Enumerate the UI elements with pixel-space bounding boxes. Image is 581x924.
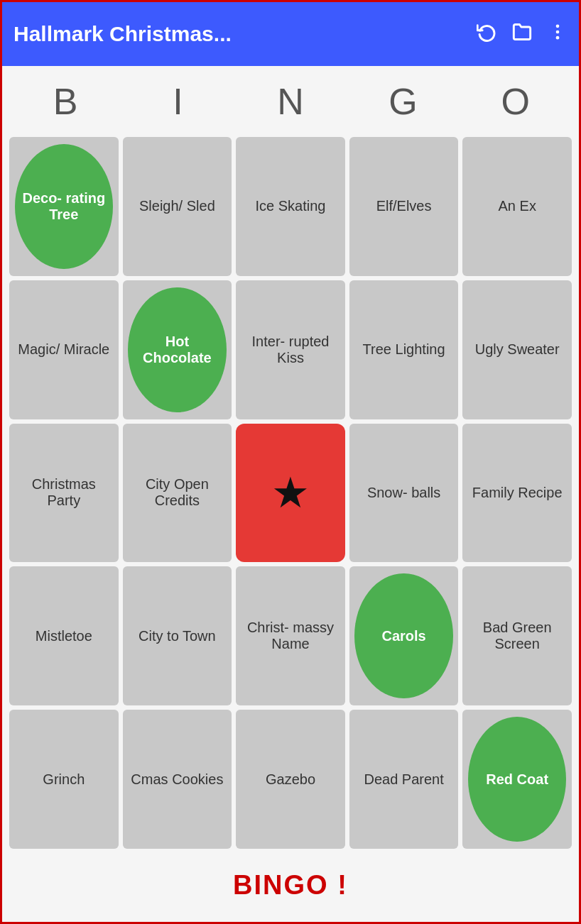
bingo-cell-6[interactable]: Hot Chocolate (123, 280, 232, 419)
bingo-cell-4[interactable]: An Ex (462, 137, 572, 276)
bingo-cell-10[interactable]: Christmas Party (9, 424, 119, 563)
bingo-grid: Deco- rating TreeSleigh/ SledIce Skating… (9, 137, 572, 856)
bingo-cell-18[interactable]: Carols (349, 566, 459, 705)
more-vertical-icon[interactable] (548, 22, 568, 47)
letter-o: O (463, 80, 568, 123)
bingo-cell-0[interactable]: Deco- rating Tree (9, 137, 119, 276)
bingo-cell-23[interactable]: Dead Parent (349, 710, 459, 849)
app-title: Hallmark Christmas... (13, 22, 232, 46)
letter-b: B (13, 80, 118, 123)
header-icons (477, 22, 568, 47)
bingo-cell-21[interactable]: Cmas Cookies (123, 710, 232, 849)
bingo-cell-11[interactable]: City Open Credits (123, 424, 232, 563)
bingo-cell-22[interactable]: Gazebo (236, 710, 345, 849)
bingo-cell-16[interactable]: City to Town (123, 566, 232, 705)
svg-point-1 (556, 30, 560, 33)
bingo-footer: BINGO ! (2, 856, 579, 922)
bingo-cell-17[interactable]: Christ- massy Name (236, 566, 345, 705)
svg-point-2 (556, 35, 560, 39)
letter-g: G (350, 80, 455, 123)
letter-n: N (238, 80, 343, 123)
bingo-cell-20[interactable]: Grinch (9, 710, 119, 849)
bingo-cell-2[interactable]: Ice Skating (236, 137, 345, 276)
bingo-cell-13[interactable]: Snow- balls (349, 424, 459, 563)
bingo-cell-15[interactable]: Mistletoe (9, 566, 119, 705)
bingo-cell-19[interactable]: Bad Green Screen (462, 566, 572, 705)
bingo-cell-14[interactable]: Family Recipe (462, 424, 572, 563)
svg-point-0 (556, 24, 560, 28)
bingo-area: B I N G O Deco- rating TreeSleigh/ SledI… (2, 66, 579, 856)
bingo-cell-9[interactable]: Ugly Sweater (462, 280, 572, 419)
bingo-cell-24[interactable]: Red Coat (462, 710, 572, 849)
bingo-cell-12[interactable]: ★ (236, 424, 345, 563)
bingo-cell-3[interactable]: Elf/Elves (349, 137, 459, 276)
bingo-label: BINGO ! (233, 870, 348, 900)
free-space-star: ★ (271, 468, 310, 517)
bingo-cell-8[interactable]: Tree Lighting (349, 280, 459, 419)
folder-icon[interactable] (512, 22, 532, 47)
bingo-cell-7[interactable]: Inter- rupted Kiss (236, 280, 345, 419)
phone-container: Hallmark Christmas... (0, 0, 581, 924)
bingo-cell-5[interactable]: Magic/ Miracle (9, 280, 119, 419)
app-header: Hallmark Christmas... (2, 2, 579, 66)
bingo-cell-1[interactable]: Sleigh/ Sled (123, 137, 232, 276)
reload-icon[interactable] (477, 22, 496, 47)
bingo-header: B I N G O (9, 73, 572, 137)
letter-i: I (126, 80, 231, 123)
